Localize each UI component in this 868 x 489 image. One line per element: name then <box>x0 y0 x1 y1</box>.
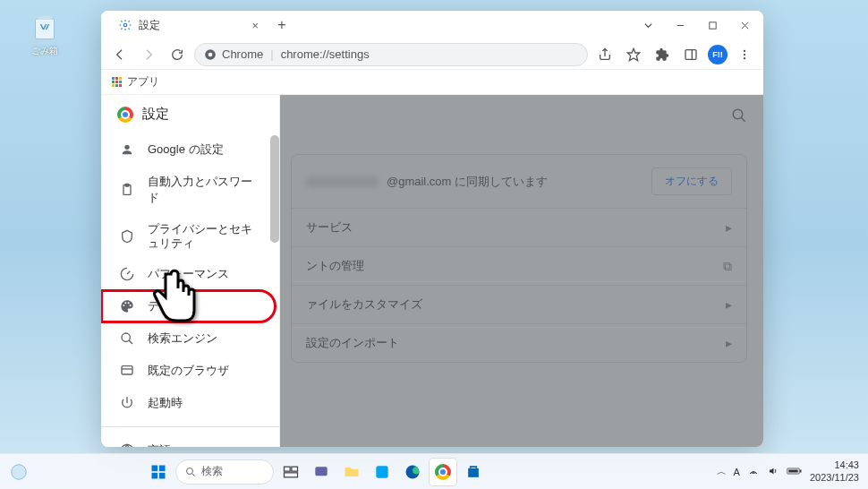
sync-off-button[interactable]: オフにする <box>651 167 732 195</box>
titlebar: 設定 × + <box>101 11 763 39</box>
svg-rect-28 <box>159 472 166 478</box>
svg-rect-0 <box>36 19 55 39</box>
external-link-icon: ⧉ <box>723 259 732 274</box>
tray-chevron-icon[interactable]: ︿ <box>717 465 727 478</box>
tray-network-icon[interactable] <box>747 466 760 478</box>
apps-icon[interactable] <box>112 77 122 87</box>
taskbar-app-icon[interactable] <box>369 459 396 485</box>
svg-rect-34 <box>316 467 328 476</box>
sidebar-item-design[interactable]: デザイン <box>101 290 276 322</box>
svg-rect-37 <box>468 468 479 476</box>
blurred-email <box>306 176 378 187</box>
forward-button[interactable] <box>137 43 160 66</box>
reload-button[interactable] <box>166 43 189 66</box>
chrome-window: 設定 × + Chrome | chrome://settings F!! アプ… <box>101 11 763 447</box>
browser-tab[interactable]: 設定 × <box>108 11 269 39</box>
search-icon <box>119 330 135 347</box>
tray-volume-icon[interactable] <box>767 466 779 478</box>
card-row-import-settings[interactable]: 設定のインポート▸ <box>292 324 746 362</box>
new-tab-button[interactable]: + <box>269 17 294 33</box>
palette-icon <box>119 298 135 314</box>
svg-rect-15 <box>125 184 129 186</box>
sidebar-item-privacy[interactable]: プライバシーとセキュリティ <box>101 214 270 258</box>
sidebar-item-search[interactable]: 検索エンジン <box>101 322 270 355</box>
shield-icon <box>119 228 135 244</box>
person-icon <box>119 142 135 158</box>
sync-status-row: @gmail.com に同期しています オフにする <box>292 155 746 209</box>
power-icon <box>119 395 135 411</box>
taskbar-edge-icon[interactable] <box>399 459 426 485</box>
chevron-right-icon: ▸ <box>726 220 732 235</box>
task-view-button[interactable] <box>277 459 304 485</box>
svg-point-12 <box>744 56 745 58</box>
apps-label[interactable]: アプリ <box>127 74 159 90</box>
tray-battery-icon[interactable] <box>787 467 803 477</box>
svg-rect-27 <box>152 472 158 478</box>
svg-point-11 <box>744 53 745 55</box>
svg-line-30 <box>192 473 195 476</box>
back-button[interactable] <box>108 43 132 66</box>
svg-rect-32 <box>292 467 298 471</box>
svg-point-22 <box>733 109 743 119</box>
svg-rect-26 <box>159 465 166 471</box>
svg-rect-35 <box>377 466 388 477</box>
chrome-icon <box>204 48 217 61</box>
taskbar-search[interactable]: 検索 <box>175 459 274 485</box>
start-button[interactable] <box>145 459 172 485</box>
sidebar-item-google[interactable]: Google の設定 <box>101 133 270 166</box>
weather-widget-icon[interactable] <box>9 462 29 482</box>
svg-rect-40 <box>788 469 798 472</box>
toolbar: Chrome | chrome://settings F!! <box>101 39 763 70</box>
window-maximize-button[interactable] <box>699 13 726 38</box>
svg-point-2 <box>123 23 127 27</box>
taskbar-store-icon[interactable] <box>460 459 487 485</box>
sidebar-item-language[interactable]: 言語 <box>101 434 270 447</box>
tab-title: 設定 <box>139 18 160 33</box>
settings-search-button[interactable] <box>731 107 747 127</box>
sidebar-item-performance[interactable]: パフォーマンス <box>101 258 270 290</box>
profile-avatar[interactable]: F!! <box>708 45 728 64</box>
settings-main: @gmail.com に同期しています オフにする サービス▸ ントの管理⧉ ァ… <box>280 95 763 447</box>
tray-ime-icon[interactable]: A <box>734 467 740 477</box>
svg-rect-33 <box>285 472 298 476</box>
svg-rect-4 <box>709 21 715 28</box>
window-close-button[interactable] <box>731 13 758 38</box>
svg-rect-1 <box>38 16 52 20</box>
address-bar[interactable]: Chrome | chrome://settings <box>194 43 588 66</box>
svg-rect-8 <box>685 49 696 59</box>
svg-line-17 <box>129 340 132 344</box>
address-path: chrome://settings <box>281 47 370 61</box>
recycle-bin-label: ごみ箱 <box>27 45 63 57</box>
browser-icon <box>119 363 135 379</box>
bookmark-star-button[interactable] <box>622 43 645 66</box>
svg-point-13 <box>124 145 129 150</box>
tab-close-icon[interactable]: × <box>251 19 259 32</box>
sidebar-scrollbar[interactable] <box>270 135 279 243</box>
sidebar-item-startup[interactable]: 起動時 <box>101 387 270 419</box>
sidebar-item-autofill[interactable]: 自動入力とパスワード <box>101 166 270 214</box>
taskbar-explorer-icon[interactable] <box>338 459 365 485</box>
chevron-right-icon: ▸ <box>726 297 732 312</box>
card-row-account-manage[interactable]: ントの管理⧉ <box>292 247 746 286</box>
svg-marker-7 <box>627 48 639 60</box>
bookmarks-bar: アプリ <box>101 70 763 95</box>
side-panel-button[interactable] <box>679 43 702 66</box>
card-row-customize-profile[interactable]: ァイルをカスタマイズ▸ <box>292 286 746 324</box>
window-dropdown-button[interactable] <box>634 13 661 38</box>
clipboard-icon <box>119 182 135 198</box>
svg-point-24 <box>12 464 27 479</box>
gear-icon <box>119 19 132 31</box>
chrome-menu-button[interactable] <box>733 43 756 66</box>
taskbar-chrome-icon[interactable] <box>430 459 456 485</box>
card-row-services[interactable]: サービス▸ <box>292 209 746 247</box>
extensions-button[interactable] <box>651 43 674 66</box>
share-button[interactable] <box>593 43 617 66</box>
svg-rect-18 <box>122 366 132 374</box>
chrome-logo-icon <box>117 107 133 123</box>
taskbar-clock[interactable]: 14:43 2023/11/23 <box>810 459 859 483</box>
sidebar-item-default-browser[interactable]: 既定のブラウザ <box>101 355 270 387</box>
window-minimize-button[interactable] <box>667 13 694 38</box>
recycle-bin-desktop-icon[interactable]: ごみ箱 <box>27 11 63 57</box>
svg-point-6 <box>208 52 213 56</box>
taskbar-chat-icon[interactable] <box>308 459 335 485</box>
